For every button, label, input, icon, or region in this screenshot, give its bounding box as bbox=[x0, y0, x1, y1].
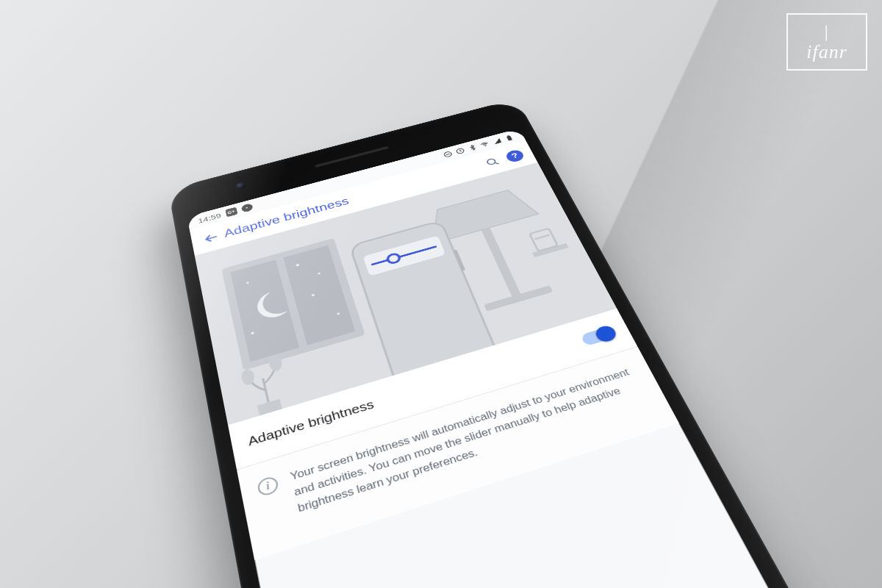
bluetooth-icon bbox=[467, 143, 478, 151]
svg-line-1 bbox=[446, 154, 450, 154]
svg-point-6 bbox=[487, 158, 496, 165]
svg-rect-4 bbox=[506, 135, 512, 140]
back-button[interactable] bbox=[196, 225, 226, 251]
clock-icon bbox=[454, 147, 466, 155]
phone-device: 14:59 G+ • Adaptive brightne bbox=[168, 98, 882, 588]
photo-stage: 14:59 G+ • Adaptive brightne bbox=[0, 0, 882, 588]
help-button[interactable]: ? bbox=[504, 148, 526, 163]
arrow-back-icon bbox=[201, 230, 220, 245]
dnd-icon bbox=[442, 150, 453, 158]
svg-point-3 bbox=[485, 146, 487, 146]
info-icon: i bbox=[257, 475, 279, 497]
battery-icon bbox=[503, 134, 515, 142]
toggle-adaptive-brightness[interactable] bbox=[580, 326, 615, 346]
wifi-icon bbox=[479, 140, 491, 148]
help-icon: ? bbox=[510, 151, 520, 160]
app-badge-icon: • bbox=[240, 203, 253, 213]
gplus-badge-icon: G+ bbox=[225, 207, 237, 218]
search-icon bbox=[484, 156, 502, 168]
signal-icon bbox=[491, 137, 503, 146]
